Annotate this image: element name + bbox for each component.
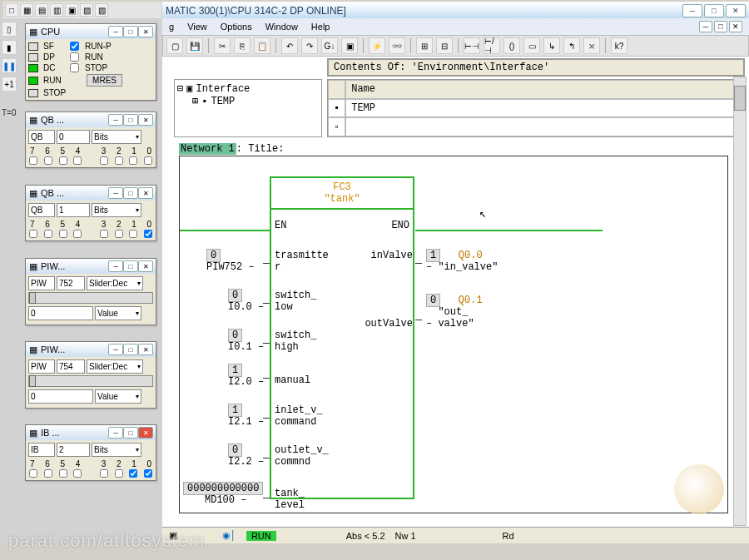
qb0-b2[interactable] [115, 156, 123, 165]
ib2-b3[interactable] [100, 469, 108, 478]
tb-undo-icon[interactable]: ↶ [281, 37, 298, 54]
ts-icon-3[interactable]: ▤ [35, 3, 48, 17]
piw752-fmt[interactable]: Slider:Dec [87, 276, 143, 290]
cpu-close[interactable]: ✕ [138, 26, 153, 37]
vt-icon-4[interactable]: +1 [2, 77, 17, 92]
piw754-addr[interactable] [28, 359, 55, 374]
ib2-b6[interactable] [44, 469, 52, 478]
piw754-slider[interactable] [28, 375, 153, 387]
tb-redo-icon[interactable]: ↷ [301, 37, 318, 54]
qb0-b3[interactable] [100, 156, 108, 165]
qb1-b5[interactable] [59, 230, 67, 238]
ib2-num[interactable] [57, 443, 90, 457]
qb0-b5[interactable] [59, 156, 67, 165]
ib2-b1[interactable] [129, 469, 137, 478]
qb1-b7[interactable] [29, 230, 37, 238]
tb-open-icon[interactable]: ▢ [166, 37, 183, 54]
tb-paste-icon[interactable]: 📋 [254, 37, 270, 54]
tb-copy-icon[interactable]: ⎘ [234, 37, 250, 54]
ts-icon-6[interactable]: ▨ [80, 3, 93, 17]
vt-icon-2[interactable]: ▮ [2, 40, 17, 55]
vertical-scrollbar[interactable] [733, 77, 747, 526]
piw752-val[interactable] [28, 306, 93, 320]
piw752-close[interactable]: ✕ [138, 260, 153, 272]
qb1-b3[interactable] [100, 230, 108, 238]
qb0-b4[interactable] [73, 156, 82, 165]
ib2-min[interactable]: ─ [108, 427, 123, 439]
tree-expand2-icon[interactable]: ⊞ [192, 95, 198, 107]
piw754-valfmt[interactable]: Value [95, 389, 141, 404]
qb1-b6[interactable] [44, 230, 52, 238]
menu-window[interactable]: Window [265, 22, 298, 32]
menu-view[interactable]: View [187, 22, 207, 32]
tb-online-icon[interactable]: ⚡ [369, 37, 385, 54]
interface-tree[interactable]: ⊟▣ Interface ⊞▪ TEMP [174, 79, 322, 137]
qb1-close[interactable]: ✕ [138, 187, 153, 199]
run-check[interactable] [70, 52, 79, 62]
piw752-num[interactable] [57, 276, 85, 290]
qb0-max[interactable]: □ [123, 114, 138, 126]
qb0-addr[interactable] [28, 130, 55, 144]
qb0-close[interactable]: ✕ [138, 114, 153, 126]
ib2-b5[interactable] [59, 469, 67, 478]
tb-branch2-icon[interactable]: ↰ [563, 37, 580, 54]
piw752-slider[interactable] [28, 292, 153, 304]
qb0-b7[interactable] [29, 156, 37, 165]
tb-branch-icon[interactable]: ↳ [543, 37, 560, 54]
cpu-max[interactable]: □ [123, 26, 138, 37]
ib2-close[interactable]: ✕ [138, 427, 153, 439]
empty-row[interactable] [345, 117, 744, 136]
ib2-max[interactable]: □ [123, 427, 138, 439]
ib2-b2[interactable] [115, 469, 123, 478]
qb0-fmt[interactable]: Bits [92, 130, 141, 144]
piw754-fmt[interactable]: Slider:Dec [87, 359, 143, 374]
mres-button[interactable]: MRES [87, 74, 122, 87]
vt-icon-pause[interactable]: ❚❚ [2, 58, 17, 73]
close-button[interactable]: ✕ [726, 4, 746, 17]
doc-max[interactable]: □ [714, 21, 727, 32]
scrollbar-thumb[interactable] [734, 86, 746, 111]
tb-x-icon[interactable]: ⤫ [583, 37, 600, 54]
doc-min[interactable]: ─ [699, 21, 712, 32]
tb-fb2-icon[interactable]: ⊟ [436, 37, 453, 54]
ladder-diagram[interactable]: FC3 "tank" EN ENO 0 PIW752 – trasmitter … [179, 156, 728, 513]
qb1-b4[interactable] [73, 230, 82, 238]
qb1-max[interactable]: □ [123, 187, 138, 199]
ib2-b7[interactable] [29, 469, 37, 478]
piw754-max[interactable]: □ [123, 344, 138, 355]
tb-help-icon[interactable]: k? [611, 37, 627, 54]
cpu-min[interactable]: ─ [108, 26, 123, 37]
tree-expand-icon[interactable]: ⊟ [177, 82, 183, 95]
minimize-button[interactable]: ─ [682, 4, 702, 17]
ts-icon-7[interactable]: ▧ [95, 3, 108, 17]
piw752-min[interactable]: ─ [108, 260, 123, 272]
ib2-b0[interactable] [144, 469, 152, 478]
menu-first[interactable]: g [169, 22, 174, 32]
ts-icon-2[interactable]: ▦ [20, 3, 33, 17]
tb-goto-icon[interactable]: G↓ [321, 37, 338, 54]
ib2-addr[interactable] [28, 443, 55, 457]
doc-close[interactable]: ✕ [729, 21, 742, 32]
tb-box-icon[interactable]: ▭ [523, 37, 540, 54]
menu-help[interactable]: Help [311, 22, 330, 32]
piw752-max[interactable]: □ [123, 260, 138, 272]
tb-monitor-icon[interactable]: 👓 [389, 37, 405, 54]
piw754-close[interactable]: ✕ [138, 344, 153, 355]
ib2-fmt[interactable]: Bits [92, 443, 141, 457]
menu-options[interactable]: Options [221, 22, 252, 32]
qb1-b0[interactable] [144, 230, 152, 238]
piw754-min[interactable]: ─ [108, 344, 123, 355]
ts-icon-1[interactable]: □ [5, 3, 18, 17]
vt-icon-1[interactable]: ▯ [2, 22, 17, 37]
qb0-b6[interactable] [44, 156, 52, 165]
qb1-min[interactable]: ─ [108, 187, 123, 199]
qb1-b2[interactable] [115, 230, 123, 238]
maximize-button[interactable]: □ [704, 4, 724, 17]
runp-check[interactable] [70, 42, 79, 51]
tb-save-icon[interactable]: 💾 [186, 37, 203, 54]
tb-cut-icon[interactable]: ✂ [214, 37, 231, 54]
qb0-num[interactable] [57, 130, 90, 144]
tb-module-icon[interactable]: ▣ [341, 37, 358, 54]
piw754-num[interactable] [57, 359, 85, 374]
ts-icon-5[interactable]: ▣ [65, 3, 78, 17]
